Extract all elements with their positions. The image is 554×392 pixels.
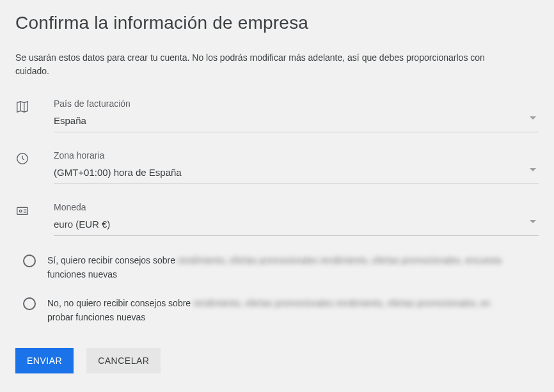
- svg-point-2: [19, 210, 22, 212]
- clock-icon: [15, 150, 54, 166]
- radio-icon: [23, 297, 36, 310]
- field-timezone: Zona horaria (GMT+01:00) hora de España: [15, 150, 539, 184]
- submit-button[interactable]: Enviar: [15, 348, 74, 373]
- country-select[interactable]: España: [54, 115, 539, 132]
- button-row: Enviar Cancelar: [15, 348, 539, 373]
- svg-rect-1: [17, 207, 28, 214]
- cancel-button[interactable]: Cancelar: [86, 348, 161, 373]
- currency-select[interactable]: euro (EUR €): [54, 219, 539, 236]
- currency-label: Moneda: [54, 202, 539, 212]
- field-country: País de facturación España: [15, 98, 539, 132]
- page-title: Confirma la información de empresa: [15, 13, 539, 33]
- chevron-down-icon: [530, 168, 536, 171]
- radio-yes-label: Sí, quiero recibir consejos sobre rendim…: [47, 254, 539, 281]
- country-label: País de facturación: [54, 98, 539, 109]
- timezone-value: (GMT+01:00) hora de España: [54, 167, 182, 178]
- timezone-select[interactable]: (GMT+01:00) hora de España: [54, 167, 539, 184]
- timezone-label: Zona horaria: [54, 150, 539, 161]
- radio-no-label: No, no quiero recibir consejos sobre ren…: [47, 297, 539, 324]
- radio-icon: [23, 255, 36, 267]
- field-currency: Moneda euro (EUR €): [15, 202, 539, 236]
- radio-no[interactable]: No, no quiero recibir consejos sobre ren…: [23, 297, 539, 324]
- chevron-down-icon: [530, 220, 536, 223]
- map-icon: [15, 98, 54, 114]
- country-value: España: [54, 115, 86, 126]
- currency-icon: [15, 202, 54, 217]
- consent-radio-group: Sí, quiero recibir consejos sobre rendim…: [15, 254, 539, 325]
- page-subtitle: Se usarán estos datos para crear tu cuen…: [15, 51, 514, 78]
- radio-yes[interactable]: Sí, quiero recibir consejos sobre rendim…: [23, 254, 539, 281]
- chevron-down-icon: [530, 116, 536, 120]
- currency-value: euro (EUR €): [54, 219, 110, 230]
